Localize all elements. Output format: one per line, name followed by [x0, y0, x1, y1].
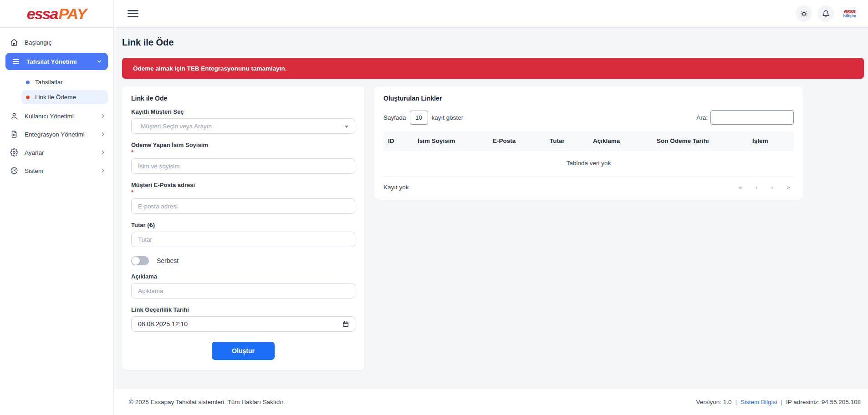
customer-select-label: Kayıtlı Müşteri Seç	[131, 108, 355, 115]
page-size-suffix: kayıt göster	[432, 114, 464, 121]
olustur-button[interactable]: Oluştur	[212, 342, 275, 360]
sidebar-item-label: Tahsilat Yönetimi	[26, 58, 77, 65]
pagination-next-button[interactable]: ›	[771, 184, 773, 191]
calendar-icon[interactable]	[342, 320, 349, 328]
column-header-eposta[interactable]: E-Posta	[488, 132, 545, 151]
ip-address-text: IP adresiniz: 94.55.205.108	[786, 399, 861, 405]
sidebar-subitem-link-ile-odeme[interactable]: Link ile Ödeme	[21, 90, 108, 104]
table-empty-message: Tabloda veri yok	[383, 151, 794, 177]
mini-logo-secondary: bilişim	[843, 14, 856, 18]
sidebar-item-label: Ayarlar	[25, 149, 44, 156]
chevron-right-icon	[100, 113, 106, 119]
teb-integration-alert: Ödeme almak için TEB Entegrasyonunu tama…	[122, 58, 864, 79]
gear-icon	[10, 148, 18, 157]
search-input[interactable]	[710, 110, 794, 125]
payer-name-label: Ödeme Yapan İsim Soyisim	[131, 142, 355, 148]
bullet-dot-icon	[26, 96, 30, 99]
user-icon	[10, 112, 18, 120]
main-area: Link ile Öde Ödeme almak için TEB Entegr…	[114, 28, 868, 415]
required-asterisk: *	[131, 191, 355, 194]
links-card-title: Oluşturulan Linkler	[383, 95, 794, 102]
sidebar-submenu: Tahsilatlar Link ile Ödeme	[0, 71, 113, 107]
sidebar-item-tahsilat-yonetimi[interactable]: Tahsilat Yönetimi	[5, 53, 108, 70]
link-ile-ode-form-card: Link ile Öde Kayıtlı Müşteri Seç Müşteri…	[122, 86, 364, 370]
payer-name-input[interactable]	[131, 158, 355, 174]
serbest-toggle-label: Serbest	[157, 257, 179, 264]
page-footer: © 2025 Essapay Tahsilat sistemleri. Tüm …	[114, 389, 868, 415]
file-code-icon	[10, 130, 18, 138]
column-header-isim-soyisim[interactable]: İsim Soyisim	[413, 132, 488, 151]
pagination-first-button[interactable]: «	[739, 184, 742, 191]
serbest-toggle[interactable]	[131, 256, 149, 265]
theme-toggle-button[interactable]	[796, 5, 812, 22]
customer-email-input[interactable]	[131, 198, 355, 214]
links-table: ID İsim Soyisim E-Posta Tutar Açıklama S…	[383, 132, 794, 177]
sidebar-subitem-label: Link ile Ödeme	[35, 94, 76, 101]
expiry-datetime-value: 08.08.2025 12:10	[138, 320, 188, 328]
amount-input[interactable]	[131, 232, 355, 247]
sidebar-toggle-menu-icon[interactable]	[128, 8, 138, 19]
top-bar: essa PAY essa bilişim	[0, 0, 868, 28]
olusturulan-linkler-card: Oluşturulan Linkler Sayfada kayıt göster…	[374, 86, 803, 200]
copyright-text: © 2025 Essapay Tahsilat sistemleri. Tüm …	[129, 399, 285, 405]
version-text: Versiyon: 1.0	[696, 399, 732, 405]
content-area: Link ile Öde Ödeme almak için TEB Entegr…	[114, 28, 868, 389]
customer-select[interactable]: Müşteri Seçin veya Arayın	[131, 118, 355, 134]
sidebar-item-ayarlar[interactable]: Ayarlar	[0, 143, 113, 162]
sidebar-item-entegrasyon-yonetimi[interactable]: Entegrasyon Yönetimi	[0, 125, 113, 143]
toggle-knob	[132, 257, 140, 265]
bullet-dot-icon	[26, 81, 30, 84]
sidebar-item-baslangic[interactable]: Başlangıç	[0, 33, 113, 51]
pagination: « ‹ › »	[739, 184, 794, 191]
records-count-text: Kayıt yok	[383, 184, 409, 191]
customer-email-label: Müşteri E-Posta adresi	[131, 182, 355, 188]
sidebar-item-label: Başlangıç	[25, 39, 51, 46]
column-header-tutar[interactable]: Tutar	[545, 132, 588, 151]
expiry-datetime-input[interactable]: 08.08.2025 12:10	[131, 316, 355, 332]
sidebar-item-kullanici-yonetimi[interactable]: Kullanıcı Yönetimi	[0, 107, 113, 125]
sidebar-item-label: Sistem	[25, 167, 43, 174]
table-header-row: ID İsim Soyisim E-Posta Tutar Açıklama S…	[383, 132, 794, 151]
pagination-prev-button[interactable]: ‹	[756, 184, 757, 191]
amount-label: Tutar (₺)	[131, 222, 355, 228]
notifications-button[interactable]	[817, 5, 834, 22]
pagination-last-button[interactable]: »	[787, 184, 790, 191]
sidebar-item-label: Entegrasyon Yönetimi	[25, 131, 85, 138]
search-label: Ara:	[696, 114, 708, 121]
column-header-son-odeme-tarihi[interactable]: Son Ödeme Tarihi	[652, 132, 748, 151]
column-header-islem[interactable]: İşlem	[748, 132, 794, 151]
home-icon	[10, 38, 18, 46]
brand-logo-secondary: PAY	[58, 5, 87, 23]
gauge-icon	[10, 167, 18, 175]
chevron-right-icon	[100, 131, 106, 137]
column-header-aciklama[interactable]: Açıklama	[588, 132, 652, 151]
description-input[interactable]	[131, 283, 355, 299]
chevron-right-icon	[100, 149, 106, 156]
sistem-bilgisi-link[interactable]: Sistem Bilgisi	[740, 399, 777, 405]
sidebar-item-label: Kullanıcı Yönetimi	[25, 113, 74, 120]
brand-logo[interactable]: essa PAY	[0, 0, 114, 28]
page-title: Link ile Öde	[122, 37, 864, 48]
table-empty-row: Tabloda veri yok	[383, 151, 794, 177]
sidebar-subitem-tahsilatlar[interactable]: Tahsilatlar	[21, 75, 108, 89]
sidebar: Başlangıç Tahsilat Yönetimi Tahsilatlar …	[0, 28, 114, 415]
column-header-id[interactable]: ID	[383, 132, 413, 151]
header-bar: essa bilişim	[114, 0, 868, 28]
customer-select-placeholder: Müşteri Seçin veya Arayın	[141, 123, 212, 130]
profile-brand-badge[interactable]: essa bilişim	[843, 9, 856, 18]
page-size-input[interactable]	[410, 111, 428, 125]
chevron-down-icon	[96, 58, 102, 65]
sun-icon	[800, 10, 808, 18]
sidebar-item-sistem[interactable]: Sistem	[0, 162, 113, 180]
expiry-date-label: Link Geçerlilik Tarihi	[131, 306, 355, 313]
description-label: Açıklama	[131, 273, 355, 280]
chevron-right-icon	[100, 167, 106, 174]
sidebar-subitem-label: Tahsilatlar	[35, 79, 63, 86]
bell-icon	[822, 10, 830, 18]
list-icon	[12, 57, 20, 66]
footer-separator: |	[735, 399, 737, 405]
brand-logo-primary: essa	[27, 5, 58, 23]
form-card-title: Link ile Öde	[131, 95, 355, 102]
alert-message: Ödeme almak için TEB Entegrasyonunu tama…	[133, 65, 287, 72]
page-size-prefix: Sayfada	[383, 114, 406, 121]
